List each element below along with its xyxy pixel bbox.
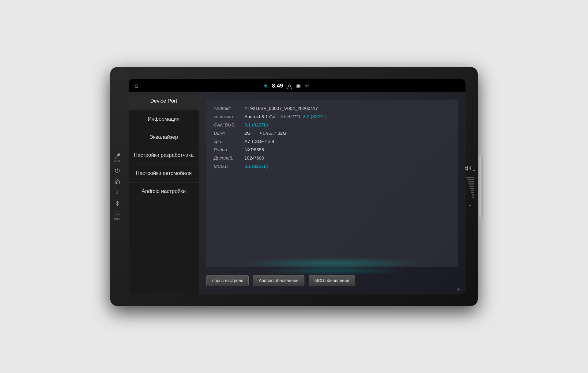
- left-control-panel: 🎤 MIC ● RES: [114, 153, 121, 220]
- android-label: Android:: [214, 106, 244, 111]
- volume-indicator: [466, 177, 474, 198]
- sidebar-item-equalizer[interactable]: Эквалайзер: [129, 128, 199, 146]
- sidebar-item-device-port[interactable]: Device Port: [129, 92, 199, 110]
- info-panel: Android: YT9216BF_00007_V004_20200417 си…: [199, 92, 466, 294]
- vol-bar-11: [472, 196, 474, 197]
- flash-label: FLASH:: [260, 130, 276, 136]
- mic-label: MIC: [114, 160, 120, 163]
- sidebar: Device Port Информация Эквалайзер Настро…: [129, 92, 199, 294]
- vol-bar-2: [467, 179, 474, 180]
- xy-auto-value: 3.2 (8227L): [303, 114, 327, 119]
- display-label: Дисплей:: [214, 155, 244, 160]
- right-metal-bracket: [478, 156, 483, 217]
- res-label: RES: [114, 217, 121, 220]
- sidebar-item-car-settings[interactable]: Настройки автомобиля: [129, 164, 199, 183]
- ddr-label: DDR:: [214, 130, 244, 136]
- mcu1-label: MCU1:: [214, 164, 244, 169]
- xy-auto-label: XY AUTO:: [280, 114, 301, 119]
- bluetooth-status-icon: ★: [263, 83, 268, 89]
- status-left: ⌂: [135, 83, 138, 89]
- android-row: Android: YT9216BF_00007_V004_20200417: [214, 106, 451, 111]
- radio-label: Радио:: [214, 147, 244, 152]
- system-value: Android 8.1 Go: [244, 114, 275, 119]
- status-bar: ⌂ ★ 8:49 ⋀ ▣ ↩: [129, 79, 466, 92]
- res-button[interactable]: ● RES: [114, 212, 121, 220]
- power-button[interactable]: [115, 168, 120, 174]
- svg-marker-0: [465, 166, 468, 170]
- radio-value: NXP6856: [244, 147, 264, 152]
- bluetooth-button[interactable]: [115, 201, 120, 206]
- android-value: YT9216BF_00007_V004_20200417: [244, 106, 318, 111]
- mcu-update-button[interactable]: MCU обновление: [309, 275, 355, 286]
- flash-value: 32G: [278, 130, 286, 136]
- main-content: Device Port Информация Эквалайзер Настро…: [129, 92, 466, 294]
- recent-apps-icon: ▣: [296, 83, 301, 89]
- status-center: ★ 8:49 ⋀ ▣ ↩: [263, 82, 310, 89]
- android-update-button[interactable]: Android обновление: [253, 275, 304, 286]
- svg-text:+: +: [470, 165, 472, 168]
- system-row: система: Android 8.1 Go XY AUTO: 3.2 (82…: [214, 114, 451, 119]
- sidebar-item-android-settings[interactable]: Android настройки: [129, 183, 199, 201]
- radio-row: Радио: NXP6856: [214, 147, 451, 152]
- cpu-label: cpu:: [214, 139, 244, 144]
- display-row: Дисплей: 1024*600: [214, 155, 451, 160]
- ddr-row: DDR: 2G FLASH: 32G: [214, 130, 451, 136]
- canbus-value: 3.1 (8227L): [244, 122, 268, 127]
- right-control-panel: + + −: [465, 165, 475, 208]
- vol-bar-3: [468, 181, 474, 182]
- vol-bar-8: [471, 190, 474, 191]
- system-label: система:: [214, 114, 244, 119]
- mcu1-row: MCU1: 3.1 (8227L): [214, 164, 451, 169]
- cpu-value: A7 1.3GHz x 4: [244, 139, 274, 144]
- vol-bar-5: [469, 185, 474, 186]
- mcu1-value: 3.1 (8227L): [244, 164, 268, 169]
- car-stereo-unit: 🎤 MIC ● RES: [110, 67, 478, 306]
- vol-bar-10: [472, 194, 474, 195]
- signal-icon: ⋀: [287, 82, 292, 89]
- sidebar-item-info[interactable]: Информация: [129, 110, 199, 128]
- display-value: 1024*600: [244, 155, 264, 160]
- vol-bar-4: [468, 183, 474, 184]
- vol-bar-1: [466, 177, 474, 178]
- status-time: 8:49: [272, 83, 283, 89]
- canbus-label: CAN BUS:: [214, 122, 244, 127]
- ddr-value: 2G: [244, 130, 251, 136]
- mic-button[interactable]: 🎤 MIC: [114, 153, 120, 163]
- nav-back-icon: ↩: [305, 82, 310, 89]
- cpu-row: cpu: A7 1.3GHz x 4: [214, 139, 451, 144]
- info-card: Android: YT9216BF_00007_V004_20200417 си…: [206, 100, 458, 267]
- sidebar-item-dev-settings[interactable]: Настройки разработчика: [129, 146, 199, 164]
- status-home-icon: ⌂: [135, 83, 138, 89]
- bottom-buttons: сброс настроек Android обновление MCU об…: [206, 275, 458, 286]
- canbus-row: CAN BUS: 3.1 (8227L): [214, 122, 451, 127]
- ir-label: IR: [457, 288, 461, 291]
- back-button[interactable]: [115, 190, 120, 196]
- vol-bar-9: [471, 192, 474, 193]
- volume-down-button[interactable]: −: [469, 203, 471, 208]
- volume-up-button[interactable]: + +: [465, 165, 475, 173]
- vol-bar-6: [469, 186, 474, 187]
- android-screen: ⌂ ★ 8:49 ⋀ ▣ ↩ Device Port Информация Эк…: [129, 79, 466, 294]
- screen-bezel: ⌂ ★ 8:49 ⋀ ▣ ↩ Device Port Информация Эк…: [129, 79, 466, 294]
- home-button[interactable]: [115, 179, 120, 185]
- vol-bar-12: [472, 198, 474, 198]
- vol-bar-7: [470, 188, 474, 189]
- reset-button[interactable]: сброс настроек: [206, 275, 249, 286]
